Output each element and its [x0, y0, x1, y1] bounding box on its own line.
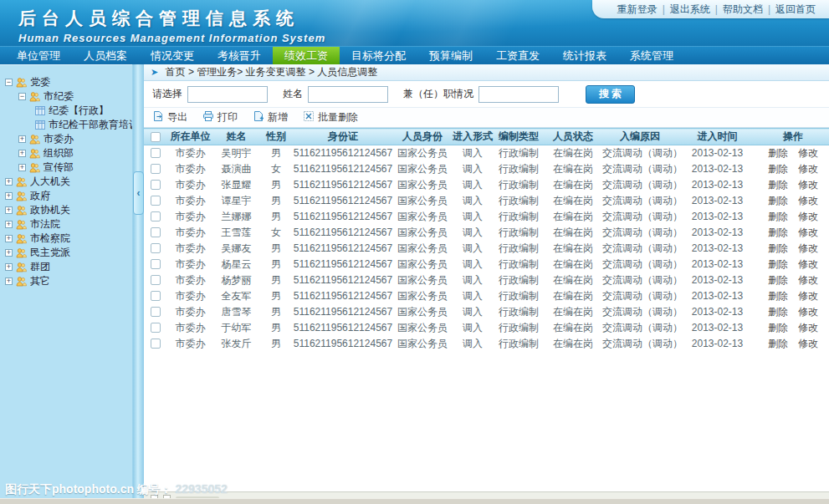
menu-item-5[interactable]: 目标将分配 [340, 47, 417, 64]
tree-item-6[interactable]: +宣传部 [0, 160, 132, 175]
delete-link[interactable]: 删除 [768, 179, 788, 191]
delete-link[interactable]: 删除 [768, 258, 788, 270]
row-checkbox[interactable] [151, 323, 161, 333]
row-checkbox[interactable] [151, 291, 161, 301]
menu-item-3[interactable]: 考核晋升 [206, 47, 273, 64]
tree-toggle-plus-icon[interactable]: + [5, 235, 13, 242]
tree-toggle-plus-icon[interactable]: + [5, 249, 13, 257]
cell-entry_date: 2013-02-13 [678, 193, 757, 209]
menu-item-1[interactable]: 人员档案 [72, 47, 139, 64]
quick-link-2[interactable]: 帮助文档 [723, 3, 763, 15]
menu-item-4[interactable]: 绩效工资 [273, 47, 340, 64]
quick-link-0[interactable]: 重新登录 [617, 3, 658, 15]
edit-link[interactable]: 修改 [798, 274, 818, 286]
delete-link[interactable]: 删除 [768, 163, 788, 175]
edit-link[interactable]: 修改 [798, 322, 818, 333]
tree-toggle-plus-icon[interactable]: + [5, 206, 13, 214]
tree-item-5[interactable]: +组织部 [0, 146, 132, 160]
row-checkbox[interactable] [151, 164, 161, 174]
tree-item-13[interactable]: +群团 [0, 260, 132, 274]
menu-item-9[interactable]: 系统管理 [618, 47, 685, 64]
delete-link[interactable]: 删除 [768, 338, 788, 349]
edit-link[interactable]: 修改 [798, 147, 818, 159]
tree-item-11[interactable]: +市检察院 [0, 232, 132, 246]
tree-item-label: 市纪委 [43, 89, 74, 104]
row-checkbox[interactable] [151, 211, 161, 221]
delete-link[interactable]: 删除 [768, 306, 788, 318]
row-checkbox[interactable] [151, 180, 161, 190]
column-header-9: 进入时间 [678, 129, 757, 145]
select-filter-input[interactable] [187, 86, 268, 103]
tree-item-0[interactable]: −党委 [0, 75, 132, 89]
tree-toggle-plus-icon[interactable]: + [18, 150, 26, 157]
menu-item-8[interactable]: 统计报表 [551, 47, 618, 64]
tree-toggle-plus-icon[interactable]: + [5, 192, 13, 200]
tree-item-label: 群团 [30, 260, 50, 274]
select-all-checkbox[interactable] [151, 132, 161, 142]
group-icon [16, 206, 27, 216]
row-checkbox[interactable] [151, 148, 161, 158]
menu-item-6[interactable]: 预算编制 [417, 47, 484, 64]
edit-link[interactable]: 修改 [798, 163, 818, 175]
tree-toggle-plus-icon[interactable]: + [5, 263, 13, 271]
tree-item-label: 人大机关 [30, 175, 70, 189]
tree-toggle-plus-icon[interactable]: + [5, 221, 13, 228]
job-filter-input[interactable] [478, 86, 559, 103]
tree-item-9[interactable]: +政协机关 [0, 203, 132, 217]
row-checkbox[interactable] [151, 196, 161, 206]
add-icon [253, 110, 264, 125]
tree-item-10[interactable]: +市法院 [0, 217, 132, 232]
quick-link-1[interactable]: 退出系统 [670, 3, 710, 15]
export-button[interactable]: 导出 [152, 110, 187, 125]
edit-link[interactable]: 修改 [798, 195, 818, 206]
tree-item-7[interactable]: +人大机关 [0, 175, 132, 189]
tree-item-14[interactable]: +其它 [0, 274, 132, 288]
tree-toggle-plus-icon[interactable]: + [18, 164, 26, 171]
delete-link[interactable]: 删除 [768, 274, 788, 286]
add-button[interactable]: 新增 [253, 110, 288, 125]
row-checkbox[interactable] [151, 307, 161, 317]
menu-item-0[interactable]: 单位管理 [5, 47, 72, 64]
edit-link[interactable]: 修改 [798, 179, 818, 191]
edit-link[interactable]: 修改 [798, 290, 818, 302]
batch-delete-button[interactable]: 批量删除 [303, 110, 358, 125]
edit-link[interactable]: 修改 [798, 258, 818, 270]
menu-item-7[interactable]: 工资直发 [484, 47, 551, 64]
edit-link[interactable]: 修改 [798, 227, 818, 238]
quick-link-3[interactable]: 返回首页 [775, 3, 816, 15]
tree-item-3[interactable]: 市纪检干部教育培训中心 [0, 118, 132, 132]
tree-toggle-minus-icon[interactable]: − [18, 93, 26, 100]
menu-item-2[interactable]: 情况变更 [139, 47, 206, 64]
edit-link[interactable]: 修改 [798, 242, 818, 254]
tree-item-2[interactable]: 纪委【行政】 [0, 104, 132, 118]
edit-link[interactable]: 修改 [798, 306, 818, 318]
cell-entry_date: 2013-02-13 [678, 209, 757, 225]
row-checkbox[interactable] [151, 243, 161, 253]
name-filter-input[interactable] [308, 86, 388, 103]
tree-toggle-plus-icon[interactable]: + [5, 277, 13, 285]
tree-item-12[interactable]: +民主党派 [0, 246, 132, 260]
delete-link[interactable]: 删除 [768, 211, 788, 222]
row-select-cell [144, 320, 167, 336]
row-checkbox[interactable] [151, 227, 161, 237]
delete-link[interactable]: 删除 [768, 290, 788, 302]
row-checkbox[interactable] [151, 339, 161, 349]
delete-link[interactable]: 删除 [768, 322, 788, 333]
tree-toggle-minus-icon[interactable]: − [5, 79, 13, 86]
row-checkbox[interactable] [151, 275, 161, 285]
row-checkbox[interactable] [151, 259, 161, 269]
delete-link[interactable]: 删除 [768, 147, 788, 159]
edit-link[interactable]: 修改 [798, 211, 818, 222]
delete-link[interactable]: 删除 [768, 242, 788, 254]
tree-item-1[interactable]: −市纪委 [0, 89, 132, 104]
delete-link[interactable]: 删除 [768, 195, 788, 206]
delete-link[interactable]: 删除 [768, 227, 788, 238]
sidebar-collapse-handle[interactable]: ‹ [133, 171, 144, 215]
tree-item-4[interactable]: +市委办 [0, 132, 132, 146]
search-button[interactable]: 搜 索 [586, 85, 635, 104]
tree-toggle-plus-icon[interactable]: + [5, 178, 13, 186]
print-button[interactable]: 打印 [202, 110, 238, 125]
tree-toggle-plus-icon[interactable]: + [18, 135, 26, 143]
edit-link[interactable]: 修改 [798, 338, 818, 349]
tree-item-8[interactable]: +政府 [0, 189, 132, 203]
